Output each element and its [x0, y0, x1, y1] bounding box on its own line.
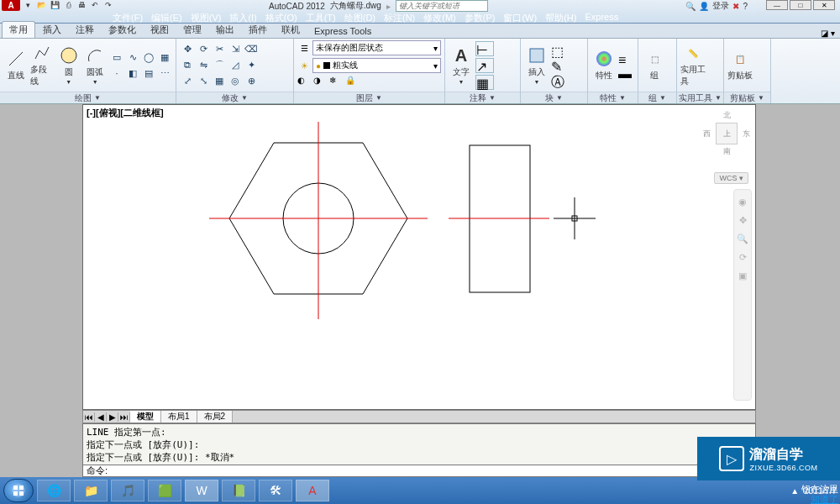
circle-button[interactable]: 圆▼: [56, 45, 81, 85]
stretch-icon[interactable]: ⤢: [180, 74, 195, 89]
layout-prev-icon[interactable]: ◀: [95, 412, 107, 422]
ribbon-collapse-icon[interactable]: ◪ ▾: [821, 29, 835, 38]
tab-manage[interactable]: 管理: [176, 22, 208, 38]
viewcube[interactable]: 北 西上东 南: [703, 110, 750, 169]
region-icon[interactable]: ◧: [125, 66, 140, 81]
leader-icon[interactable]: ↗: [475, 58, 494, 73]
scale-icon[interactable]: ⤡: [196, 74, 211, 89]
table-icon[interactable]: ▤: [141, 66, 156, 81]
layer-iso-icon[interactable]: ◐: [297, 76, 311, 85]
spline-icon[interactable]: ∿: [125, 50, 140, 65]
chamfer-icon[interactable]: ◿: [228, 58, 243, 73]
search-input[interactable]: [396, 0, 488, 12]
polyline-button[interactable]: 多段线: [30, 43, 55, 87]
taskbar-word[interactable]: W: [185, 480, 218, 501]
copy-icon[interactable]: ⧉: [180, 58, 195, 73]
layout-next-icon[interactable]: ▶: [107, 412, 118, 422]
tray-flag-icon[interactable]: ▲: [790, 486, 799, 496]
layer-combo[interactable]: ●粗实线▾: [312, 58, 441, 73]
layout-model[interactable]: 模型: [130, 411, 161, 423]
menu-dim[interactable]: 标注(N): [381, 12, 418, 24]
taskbar-media[interactable]: 🎵: [111, 480, 144, 501]
menu-file[interactable]: 文件(F): [109, 12, 146, 24]
layout-2[interactable]: 布局2: [197, 411, 234, 423]
edit-block-icon[interactable]: ✎: [551, 59, 566, 72]
create-block-icon[interactable]: ⬚: [551, 44, 566, 57]
layerprops-icon[interactable]: ☀: [297, 61, 311, 71]
corner-link[interactable]: 知道了: [811, 494, 838, 504]
tab-plugins[interactable]: 插件: [242, 22, 274, 38]
insert-block-button[interactable]: 插入▼: [524, 45, 549, 85]
utilities-button[interactable]: 📏实用工具: [680, 43, 706, 87]
help-icon[interactable]: ?: [743, 2, 748, 11]
fillet-icon[interactable]: ⌒: [212, 58, 227, 73]
line-button[interactable]: 直线: [3, 49, 29, 81]
app-logo[interactable]: A: [2, 0, 20, 11]
menu-window[interactable]: 窗口(W): [500, 12, 540, 24]
clipboard-button[interactable]: 📋剪贴板: [727, 49, 753, 81]
nav-zoom-icon[interactable]: 🔍: [736, 232, 749, 245]
signin-label[interactable]: 登录: [712, 0, 729, 12]
nav-showmotion-icon[interactable]: ▣: [736, 269, 749, 282]
tab-output[interactable]: 输出: [209, 22, 241, 38]
tab-insert[interactable]: 插入: [36, 22, 68, 38]
layer-freeze-icon[interactable]: ❄: [329, 76, 343, 85]
taskbar-app3[interactable]: 🛠: [259, 480, 292, 501]
taskbar-app2[interactable]: 📗: [222, 480, 255, 501]
redo-icon[interactable]: ↷: [102, 0, 114, 10]
layout-first-icon[interactable]: ⏮: [83, 412, 95, 422]
match-prop-icon[interactable]: ≡: [618, 53, 632, 65]
plot-icon[interactable]: 🖶: [76, 0, 87, 10]
attr-block-icon[interactable]: Ⓐ: [551, 74, 566, 87]
maximize-button[interactable]: □: [790, 0, 811, 10]
infocenter-icon[interactable]: 🔍: [685, 2, 696, 11]
exchange-icon[interactable]: ✖: [732, 2, 739, 11]
start-button[interactable]: [3, 479, 34, 502]
menu-draw[interactable]: 绘图(D): [341, 12, 379, 24]
offset-icon[interactable]: ◎: [228, 74, 243, 89]
menu-view[interactable]: 视图(V): [187, 12, 225, 24]
array-icon[interactable]: ▦: [212, 74, 227, 89]
menu-param[interactable]: 参数(P): [461, 12, 499, 24]
taskbar-app1[interactable]: 🟩: [148, 480, 181, 501]
menu-edit[interactable]: 编辑(E): [148, 12, 186, 24]
drawing-area[interactable]: [-][俯视][二维线框]: [82, 104, 756, 410]
mirror-icon[interactable]: ⇋: [196, 58, 211, 73]
menu-help[interactable]: 帮助(H): [542, 12, 580, 24]
bylayer-icon[interactable]: ▬: [618, 66, 632, 78]
undo-icon[interactable]: ↶: [89, 0, 101, 10]
hatch-icon[interactable]: ▦: [157, 50, 172, 65]
nav-orbit-icon[interactable]: ⟳: [736, 250, 749, 264]
save-icon[interactable]: 💾: [49, 0, 60, 10]
group-button[interactable]: ⬚组: [642, 49, 667, 81]
tab-express[interactable]: Express Tools: [307, 24, 378, 38]
new-icon[interactable]: ▾: [22, 0, 34, 10]
move-icon[interactable]: ✥: [180, 42, 195, 57]
dim-icon[interactable]: ⊢: [475, 41, 494, 56]
tab-home[interactable]: 常用: [2, 21, 35, 38]
signin-icon[interactable]: 👤: [699, 2, 709, 11]
arc-button[interactable]: 圆弧▼: [83, 45, 108, 85]
menu-format[interactable]: 格式(O): [262, 12, 301, 24]
nav-wheel-icon[interactable]: ◉: [736, 195, 749, 208]
explode-icon[interactable]: ✦: [244, 58, 259, 73]
menu-tools[interactable]: 工具(T): [302, 12, 339, 24]
tab-online[interactable]: 联机: [275, 22, 307, 38]
layer-off-icon[interactable]: ◑: [313, 76, 327, 85]
taskbar-autocad[interactable]: A: [296, 480, 329, 501]
layer-lock-icon[interactable]: 🔒: [345, 76, 359, 85]
join-icon[interactable]: ⊕: [244, 74, 259, 89]
menu-modify[interactable]: 修改(M): [420, 12, 459, 24]
text-button[interactable]: A文字▼: [449, 45, 474, 85]
menu-express[interactable]: Express: [581, 12, 622, 24]
taskbar-ie[interactable]: 🌐: [37, 480, 71, 501]
trim-icon[interactable]: ✂: [212, 42, 227, 57]
more-draw-icon[interactable]: ⋯: [157, 66, 172, 81]
tab-annotate[interactable]: 注释: [69, 22, 101, 38]
close-button[interactable]: ✕: [813, 0, 835, 10]
tab-parametric[interactable]: 参数化: [102, 22, 143, 38]
saveas-icon[interactable]: ⎙: [62, 0, 74, 10]
layerstate-icon[interactable]: ☰: [297, 44, 311, 53]
menu-insert[interactable]: 插入(I): [226, 12, 260, 24]
layout-1[interactable]: 布局1: [161, 411, 197, 423]
